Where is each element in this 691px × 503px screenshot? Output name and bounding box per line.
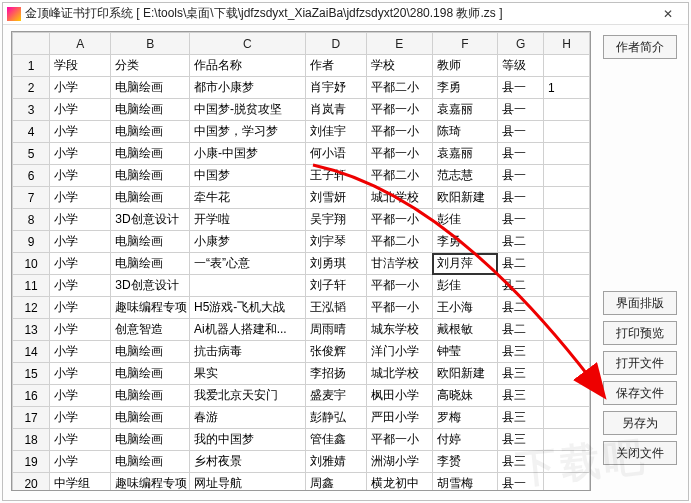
cell[interactable]: 开学啦 bbox=[190, 209, 306, 231]
cell[interactable]: 小学 bbox=[50, 143, 111, 165]
cell[interactable]: 县三 bbox=[498, 385, 544, 407]
table-row[interactable]: 19小学电脑绘画乡村夜景刘雅婧洲湖小学李赟县三 bbox=[13, 451, 590, 473]
row-header[interactable]: 13 bbox=[13, 319, 50, 341]
cell[interactable]: 李招扬 bbox=[305, 363, 366, 385]
cell[interactable]: 小学 bbox=[50, 297, 111, 319]
cell[interactable]: 管佳鑫 bbox=[305, 429, 366, 451]
cell[interactable]: 小学 bbox=[50, 187, 111, 209]
cell[interactable] bbox=[544, 209, 590, 231]
cell[interactable]: 洲湖小学 bbox=[367, 451, 433, 473]
cell[interactable]: 甘洁学校 bbox=[367, 253, 433, 275]
cell[interactable]: 平都一小 bbox=[367, 429, 433, 451]
cell[interactable]: 范志慧 bbox=[432, 165, 498, 187]
cell[interactable]: 吴宇翔 bbox=[305, 209, 366, 231]
cell[interactable]: 一“表”心意 bbox=[190, 253, 306, 275]
cell[interactable]: 电脑绘画 bbox=[111, 77, 190, 99]
table-row[interactable]: 18小学电脑绘画我的中国梦管佳鑫平都一小付婷县三 bbox=[13, 429, 590, 451]
cell[interactable]: 小学 bbox=[50, 407, 111, 429]
cell[interactable]: 乡村夜景 bbox=[190, 451, 306, 473]
cell[interactable] bbox=[544, 253, 590, 275]
table-row[interactable]: 16小学电脑绘画我爱北京天安门盛麦宇枫田小学高晓妹县三 bbox=[13, 385, 590, 407]
cell[interactable]: 县一 bbox=[498, 77, 544, 99]
cell[interactable]: 县二 bbox=[498, 297, 544, 319]
cell[interactable]: 彭佳 bbox=[432, 209, 498, 231]
cell[interactable]: 春游 bbox=[190, 407, 306, 429]
cell[interactable]: 县二 bbox=[498, 275, 544, 297]
cell[interactable] bbox=[544, 473, 590, 492]
cell[interactable]: 县三 bbox=[498, 363, 544, 385]
row-header[interactable]: 12 bbox=[13, 297, 50, 319]
cell[interactable]: 刘佳宇 bbox=[305, 121, 366, 143]
cell[interactable]: 县一 bbox=[498, 121, 544, 143]
corner-cell[interactable] bbox=[13, 33, 50, 55]
cell[interactable]: 网址导航 bbox=[190, 473, 306, 492]
cell[interactable]: 小康-中国梦 bbox=[190, 143, 306, 165]
cell[interactable]: 我的中国梦 bbox=[190, 429, 306, 451]
cell[interactable]: 付婷 bbox=[432, 429, 498, 451]
table-row[interactable]: 8小学3D创意设计开学啦吴宇翔平都一小彭佳县一 bbox=[13, 209, 590, 231]
row-header[interactable]: 2 bbox=[13, 77, 50, 99]
cell[interactable]: 小学 bbox=[50, 209, 111, 231]
table-row[interactable]: 15小学电脑绘画果实李招扬城北学校欧阳新建县三 bbox=[13, 363, 590, 385]
cell[interactable]: 小学 bbox=[50, 385, 111, 407]
close-button[interactable]: ✕ bbox=[648, 3, 688, 25]
closefile-button[interactable]: 关闭文件 bbox=[603, 441, 677, 465]
cell[interactable]: 电脑绘画 bbox=[111, 429, 190, 451]
table-row[interactable]: 5小学电脑绘画小康-中国梦何小语平都一小袁嘉丽县一 bbox=[13, 143, 590, 165]
cell[interactable]: 电脑绘画 bbox=[111, 407, 190, 429]
author-button[interactable]: 作者简介 bbox=[603, 35, 677, 59]
cell[interactable]: 电脑绘画 bbox=[111, 451, 190, 473]
cell[interactable]: 电脑绘画 bbox=[111, 143, 190, 165]
col-header[interactable]: F bbox=[432, 33, 498, 55]
cell[interactable]: 小学 bbox=[50, 99, 111, 121]
cell[interactable]: 中学组 bbox=[50, 473, 111, 492]
row-header[interactable]: 1 bbox=[13, 55, 50, 77]
cell[interactable]: 县一 bbox=[498, 99, 544, 121]
cell[interactable]: 平都一小 bbox=[367, 275, 433, 297]
cell[interactable] bbox=[544, 165, 590, 187]
cell[interactable]: 学校 bbox=[367, 55, 433, 77]
cell[interactable]: 电脑绘画 bbox=[111, 121, 190, 143]
row-header[interactable]: 17 bbox=[13, 407, 50, 429]
cell[interactable]: 电脑绘画 bbox=[111, 363, 190, 385]
cell[interactable] bbox=[544, 319, 590, 341]
cell[interactable]: 创意智造 bbox=[111, 319, 190, 341]
table-row[interactable]: 17小学电脑绘画春游彭静弘严田小学罗梅县三 bbox=[13, 407, 590, 429]
cell[interactable]: 趣味编程专项 bbox=[111, 473, 190, 492]
cell[interactable]: 平都一小 bbox=[367, 143, 433, 165]
cell[interactable]: 周鑫 bbox=[305, 473, 366, 492]
cell[interactable]: 电脑绘画 bbox=[111, 231, 190, 253]
table-row[interactable]: 12小学趣味编程专项H5游戏-飞机大战王泓韬平都一小王小海县二 bbox=[13, 297, 590, 319]
cell[interactable]: 小康梦 bbox=[190, 231, 306, 253]
spreadsheet[interactable]: A B C D E F G H 1学段分类作品名称作者学校教师等级2小学电脑绘画… bbox=[11, 31, 591, 491]
cell[interactable]: 小学 bbox=[50, 429, 111, 451]
cell[interactable]: 县一 bbox=[498, 187, 544, 209]
cell[interactable]: 1 bbox=[544, 77, 590, 99]
cell[interactable]: 等级 bbox=[498, 55, 544, 77]
cell[interactable]: 彭佳 bbox=[432, 275, 498, 297]
row-header[interactable]: 5 bbox=[13, 143, 50, 165]
cell[interactable]: 李勇 bbox=[432, 231, 498, 253]
cell[interactable] bbox=[544, 55, 590, 77]
cell[interactable]: 3D创意设计 bbox=[111, 275, 190, 297]
cell[interactable]: 高晓妹 bbox=[432, 385, 498, 407]
cell[interactable]: 欧阳新建 bbox=[432, 363, 498, 385]
cell[interactable]: 果实 bbox=[190, 363, 306, 385]
layout-button[interactable]: 界面排版 bbox=[603, 291, 677, 315]
cell[interactable]: 洋门小学 bbox=[367, 341, 433, 363]
cell[interactable] bbox=[544, 429, 590, 451]
cell[interactable]: 盛麦宇 bbox=[305, 385, 366, 407]
row-header[interactable]: 4 bbox=[13, 121, 50, 143]
cell[interactable]: 县三 bbox=[498, 341, 544, 363]
cell[interactable]: 周雨晴 bbox=[305, 319, 366, 341]
cell[interactable]: 中国梦 bbox=[190, 165, 306, 187]
cell[interactable]: 平都一小 bbox=[367, 99, 433, 121]
table-row[interactable]: 1学段分类作品名称作者学校教师等级 bbox=[13, 55, 590, 77]
cell[interactable]: 城北学校 bbox=[367, 363, 433, 385]
row-header[interactable]: 7 bbox=[13, 187, 50, 209]
col-header[interactable]: G bbox=[498, 33, 544, 55]
row-header[interactable]: 15 bbox=[13, 363, 50, 385]
cell[interactable]: 平都二小 bbox=[367, 231, 433, 253]
cell[interactable]: 学段 bbox=[50, 55, 111, 77]
cell[interactable]: 横龙初中 bbox=[367, 473, 433, 492]
